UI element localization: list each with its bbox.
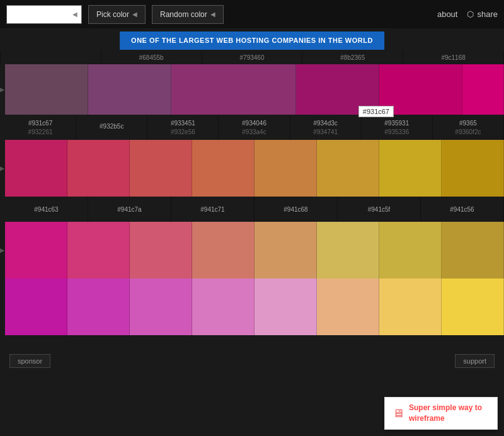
pick-color-button[interactable]: Pick color ◀ [88,5,146,24]
label-cell: #68455b [101,50,202,64]
swatch[interactable] [192,278,255,335]
sponsor-button[interactable]: sponsor [9,354,50,368]
about-link[interactable]: about [437,9,458,19]
swatch[interactable] [317,222,379,278]
label-cell: #941c7a [88,197,171,222]
label-cell: #793460 [202,50,303,64]
footer: sponsor support [0,348,504,374]
label-cell: #932b5c [76,115,147,140]
support-button[interactable]: support [455,354,495,368]
row-arrow-icon: ▶ [0,164,4,173]
row-arrow-icon: ▶ [0,246,4,255]
color-tooltip: #931c67 [358,106,394,117]
random-color-button[interactable]: Random color ◀ [152,5,224,24]
swatch[interactable] [67,140,130,197]
label-cell: #9365 #9360f2c [433,115,504,140]
swatch[interactable] [67,222,130,278]
swatch-row-2: ▶ [0,140,504,197]
row3-label-strip: #941c63 #941c7a #941c71 #941c68 #941c5f … [0,197,504,222]
share-icon: ⬡ [467,9,474,19]
random-color-arrow-icon: ◀ [210,11,215,18]
row1-label-strip: #68455b #793460 #8b2365 #9c1168 [0,50,504,64]
swatch[interactable] [130,140,192,197]
wireframe-ad-icon: 🖥 [392,407,404,420]
swatch[interactable] [5,64,88,115]
banner: ONE OF THE LARGEST WEB HOSTING COMPANIES… [120,32,384,50]
swatch[interactable] [379,140,442,197]
swatch-row-4 [0,278,504,335]
swatch[interactable] [130,278,192,335]
share-button[interactable]: ⬡ share [467,9,498,19]
label-cell: #941c5f [338,197,421,222]
header-nav: about ⬡ share [437,9,498,19]
label-cell: #933451 #932e56 [147,115,219,140]
label-cell: #941c56 [421,197,504,222]
swatch[interactable] [5,140,67,197]
label-cell [0,50,101,64]
swatch[interactable] [5,222,67,278]
swatch[interactable] [379,278,442,335]
swatch[interactable] [442,278,504,335]
swatch[interactable] [317,278,379,335]
banner-text: ONE OF THE LARGEST WEB HOSTING COMPANIES… [131,37,373,44]
color-preview-box[interactable] [6,5,82,24]
swatch[interactable] [255,222,317,278]
label-cell: #941c71 [171,197,255,222]
swatch[interactable] [442,140,504,197]
label-cell: #931c67 #932261 [5,115,76,140]
swatch[interactable] [379,222,442,278]
wireframe-ad-text: Super simple way to wireframe [409,403,490,424]
row2-label-strip: #931c67 #932261 #932b5c #933451 #932e56 … [0,115,504,140]
pick-color-arrow-icon: ◀ [132,11,137,18]
label-cell: #935931 #935336 [362,115,433,140]
swatch[interactable] [67,278,130,335]
swatch[interactable] [130,222,192,278]
label-cell: #934d3c #934741 [290,115,362,140]
swatch[interactable] [171,64,296,115]
label-cell: #934046 #933a4c [219,115,290,140]
pick-color-label: Pick color [96,10,129,19]
header: Pick color ◀ Random color ◀ about ⬡ shar… [0,0,504,28]
swatch-row-1: ▶ [0,64,504,115]
share-label: share [477,9,498,19]
swatch[interactable] [255,278,317,335]
row-arrow-icon: ▶ [0,85,4,94]
label-cell: #941c68 [255,197,338,222]
swatch[interactable] [442,222,504,278]
swatch[interactable] [5,278,67,335]
wireframe-ad[interactable]: 🖥 Super simple way to wireframe [384,397,498,430]
swatch[interactable] [462,64,505,115]
label-cell: #9c1168 [403,50,504,64]
swatch[interactable] [192,222,255,278]
swatch[interactable] [192,140,255,197]
tooltip-value: #931c67 [363,108,389,115]
swatch[interactable] [317,140,379,197]
random-color-label: Random color [160,10,207,19]
label-cell: #941c63 [5,197,88,222]
swatch-row-3: ▶ [0,222,504,278]
label-cell: #8b2365 [302,50,403,64]
swatch[interactable] [88,64,171,115]
content-area: #68455b #793460 #8b2365 #9c1168 #931c67 … [0,50,504,335]
swatch[interactable] [255,140,317,197]
